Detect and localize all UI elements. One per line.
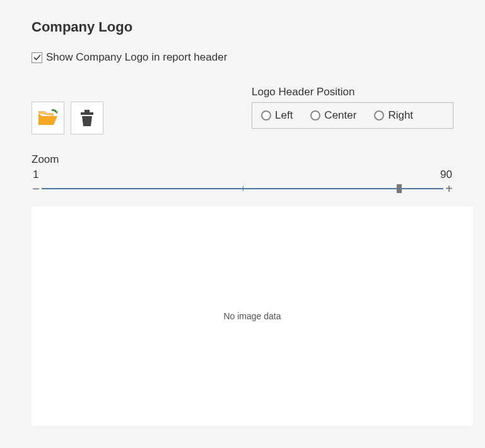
zoom-min-value: 1 — [33, 168, 38, 181]
position-right-label: Right — [388, 109, 413, 122]
preview-placeholder: No image data — [223, 311, 281, 321]
zoom-max-value: 90 — [440, 168, 452, 181]
radio-icon — [374, 110, 384, 121]
show-logo-label: Show Company Logo in report header — [46, 51, 227, 64]
show-logo-checkbox-row: Show Company Logo in report header — [32, 51, 453, 64]
position-group-label: Logo Header Position — [252, 86, 453, 98]
trash-icon — [78, 109, 96, 127]
position-left-radio[interactable]: Left — [261, 109, 293, 122]
zoom-slider[interactable] — [42, 184, 443, 193]
position-radio-group: Left Center Right — [252, 102, 453, 129]
radio-icon — [261, 110, 271, 121]
zoom-increment-button[interactable]: + — [445, 182, 453, 195]
page-title: Company Logo — [32, 19, 453, 35]
open-file-button[interactable] — [32, 102, 64, 134]
folder-open-icon — [37, 109, 59, 127]
check-icon — [33, 54, 41, 61]
delete-button[interactable] — [71, 102, 103, 134]
position-left-label: Left — [275, 109, 293, 122]
zoom-decrement-button[interactable]: − — [32, 182, 40, 195]
radio-icon — [310, 110, 320, 121]
zoom-slider-thumb[interactable] — [397, 184, 402, 193]
svg-rect-0 — [81, 112, 93, 115]
slider-tick — [243, 186, 243, 191]
position-right-radio[interactable]: Right — [374, 109, 413, 122]
position-center-label: Center — [324, 109, 356, 122]
zoom-label: Zoom — [32, 153, 453, 166]
svg-rect-1 — [85, 110, 90, 112]
logo-preview: No image data — [32, 206, 473, 426]
show-logo-checkbox[interactable] — [32, 52, 42, 63]
position-center-radio[interactable]: Center — [310, 109, 356, 122]
